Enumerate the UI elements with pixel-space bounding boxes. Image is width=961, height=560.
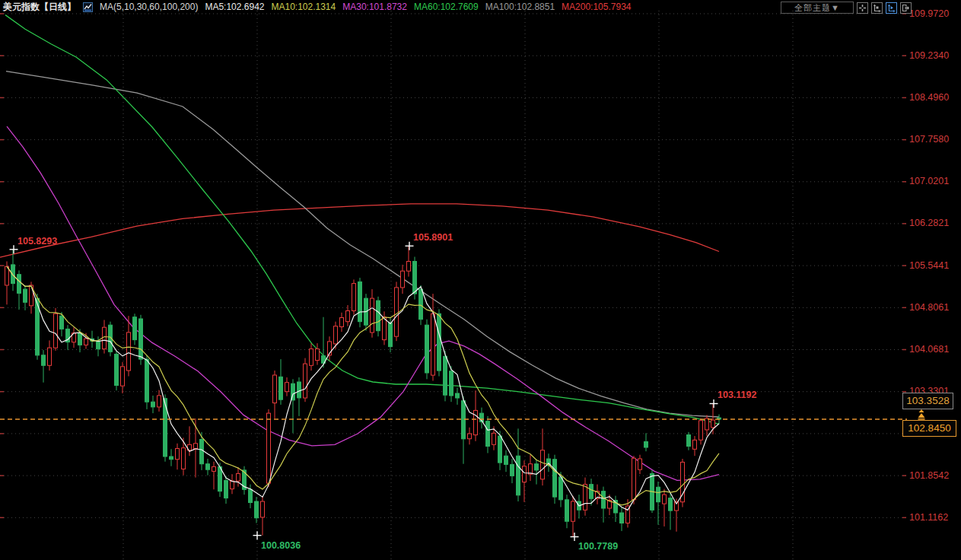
candle (504, 456, 508, 464)
candle (42, 355, 46, 366)
candle (334, 326, 338, 344)
price-annotation: 105.8901 (413, 232, 453, 243)
candle (553, 460, 557, 497)
candle (133, 317, 137, 340)
ma-legend-item: MA5:102.6942 (205, 2, 264, 12)
candle (304, 364, 307, 398)
candle (669, 498, 673, 511)
ma-legend-item: MA30:101.8732 (342, 2, 407, 12)
preclose-price-tag: 103.3528 (902, 393, 953, 409)
candle (657, 487, 660, 501)
candle (97, 341, 100, 349)
ma-settings-label: MA(5,10,30,60,100,200) (100, 2, 198, 12)
ma-legend-item: MA60:102.7609 (414, 2, 479, 12)
candle (115, 354, 119, 385)
chart-window: 105.8293105.8901103.1192100.8036100.7789… (0, 0, 961, 560)
candle (121, 367, 125, 386)
candle (644, 442, 648, 448)
fit-vertical-icon[interactable] (871, 2, 883, 14)
move-tool-icon[interactable] (857, 2, 868, 14)
candle (711, 420, 715, 428)
candle (84, 339, 88, 345)
instrument-title: 美元指数【日线】 (3, 1, 76, 14)
candle (517, 456, 520, 495)
price-annotation: 103.1192 (718, 390, 756, 400)
candle (158, 396, 161, 407)
candle (285, 383, 289, 392)
candle (419, 289, 423, 320)
y-axis-label: 107.7580 (909, 134, 949, 145)
pan-right-icon[interactable] (900, 2, 912, 14)
candle (176, 449, 180, 460)
candle (194, 444, 198, 449)
candle (511, 464, 514, 476)
candle (383, 317, 387, 340)
candle (474, 410, 478, 434)
ma-line-MA30 (7, 126, 719, 480)
candle (535, 464, 539, 470)
ma-line-MA100 (6, 72, 719, 417)
candle (298, 382, 301, 398)
candle (395, 288, 399, 336)
candle (638, 459, 642, 469)
theme-dropdown[interactable]: 全部主题▼ (781, 2, 854, 14)
candle (206, 464, 210, 470)
candle (5, 266, 9, 285)
y-axis-label: 101.1162 (909, 512, 948, 523)
candle (261, 501, 265, 517)
candle (687, 435, 691, 447)
chart-toolbar: 全部主题▼ (781, 2, 912, 14)
candle (352, 284, 356, 311)
candle (249, 489, 253, 502)
candle (231, 481, 234, 489)
price-chart-canvas[interactable]: 105.8293105.8901103.1192100.8036100.7789 (0, 0, 961, 560)
candle (431, 313, 435, 375)
candle (18, 275, 21, 294)
candle (377, 301, 380, 331)
candle (590, 485, 593, 499)
candle (212, 466, 216, 471)
candle (462, 401, 466, 439)
chart-header: 美元指数【日线】 MA(5,10,30,60,100,200) MA5:102.… (3, 1, 638, 13)
candle (170, 457, 173, 460)
candle (139, 319, 143, 359)
y-axis-label: 108.4960 (909, 92, 949, 103)
candle (310, 349, 313, 366)
price-annotation: 100.7789 (578, 541, 618, 552)
candle (267, 413, 271, 483)
y-axis-label: 106.2821 (909, 218, 949, 228)
candle (571, 501, 575, 521)
candle (456, 393, 460, 398)
candle (584, 485, 587, 511)
candle (237, 473, 240, 481)
candle (346, 311, 350, 322)
candle (182, 448, 186, 469)
last-price-tag: 102.8450 (902, 420, 956, 437)
ma-line-MA10 (7, 266, 719, 505)
candle (450, 371, 453, 396)
price-marker-icon (915, 409, 928, 420)
candle (468, 434, 472, 439)
candle (693, 440, 697, 449)
candle (151, 402, 155, 407)
candle (438, 313, 441, 371)
candle (200, 440, 204, 464)
auto-scale-icon[interactable] (886, 2, 897, 14)
annotations-layer: 105.8293105.8901103.1192100.8036100.7789 (10, 232, 757, 552)
candle (486, 422, 490, 447)
y-axis-label: 101.8542 (909, 470, 949, 481)
candle (358, 282, 362, 321)
candle (492, 433, 496, 444)
ma-legend-item: MA100:102.8851 (485, 2, 555, 12)
candle (413, 262, 417, 294)
candlestick-chart-icon[interactable] (83, 2, 93, 12)
candle (389, 323, 393, 346)
candle (523, 466, 527, 482)
ma-legend: MA5:102.6942MA10:102.1314MA30:101.8732MA… (205, 2, 638, 12)
ma-lines-layer (0, 15, 719, 481)
price-annotation: 105.8293 (18, 236, 57, 247)
candle (705, 418, 709, 430)
candle (632, 458, 636, 500)
candle (371, 298, 374, 332)
candle (425, 325, 429, 373)
